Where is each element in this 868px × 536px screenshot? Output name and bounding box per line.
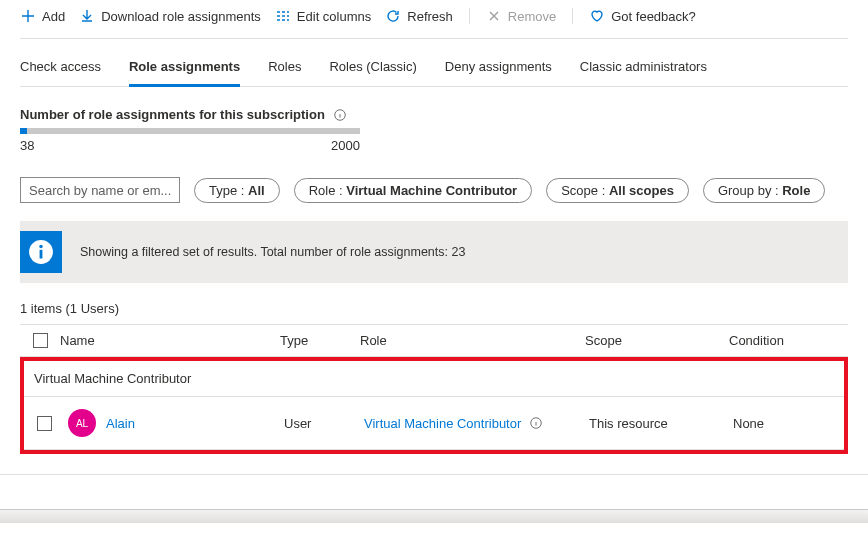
svg-point-3 [39,245,42,248]
heart-icon [589,8,605,24]
filter-role[interactable]: Role : Virtual Machine Contributor [294,178,533,203]
quota-fill [20,128,27,134]
edit-columns-label: Edit columns [297,9,371,24]
filter-bar: Type : All Role : Virtual Machine Contri… [20,159,848,203]
quota-section: Number of role assignments for this subs… [20,87,848,159]
separator [469,8,470,24]
info-banner: Showing a filtered set of results. Total… [20,221,848,283]
col-type[interactable]: Type [280,333,360,348]
separator [572,8,573,24]
tab-deny[interactable]: Deny assignments [445,55,552,87]
item-count: 1 items (1 Users) [20,301,848,316]
select-all-checkbox[interactable] [33,333,48,348]
group-header: Virtual Machine Contributor [24,361,844,397]
quota-used: 38 [20,138,34,153]
horizontal-scrollbar[interactable] [0,509,868,523]
command-bar: Add Download role assignments Edit colum… [20,0,848,39]
download-icon [79,8,95,24]
tab-role-assignments[interactable]: Role assignments [129,55,240,87]
download-button[interactable]: Download role assignments [79,8,261,24]
filter-groupby[interactable]: Group by : Role [703,178,825,203]
assignments-table: Name Type Role Scope Condition Virtual M… [20,324,848,454]
tab-check-access[interactable]: Check access [20,55,101,87]
add-button[interactable]: Add [20,8,65,24]
quota-bar [20,128,360,134]
row-checkbox[interactable] [37,416,52,431]
add-label: Add [42,9,65,24]
row-type: User [284,416,364,431]
info-icon[interactable] [529,416,543,430]
filter-type[interactable]: Type : All [194,178,280,203]
remove-icon [486,8,502,24]
feedback-button[interactable]: Got feedback? [589,8,696,24]
search-input[interactable] [20,177,180,203]
col-name[interactable]: Name [60,333,280,348]
columns-icon [275,8,291,24]
refresh-icon [385,8,401,24]
download-label: Download role assignments [101,9,261,24]
edit-columns-button[interactable]: Edit columns [275,8,371,24]
quota-title: Number of role assignments for this subs… [20,107,325,122]
feedback-label: Got feedback? [611,9,696,24]
row-condition: None [733,416,823,431]
info-icon[interactable] [333,108,347,122]
row-scope: This resource [589,416,733,431]
table-header: Name Type Role Scope Condition [20,324,848,357]
svg-rect-2 [40,250,43,259]
tabs: Check access Role assignments Roles Role… [20,39,848,87]
tab-roles-classic[interactable]: Roles (Classic) [329,55,416,87]
remove-button: Remove [486,8,556,24]
quota-max: 2000 [331,138,360,153]
avatar: AL [68,409,96,437]
table-row: AL Alain User Virtual Machine Contributo… [24,397,844,450]
filter-scope[interactable]: Scope : All scopes [546,178,689,203]
refresh-button[interactable]: Refresh [385,8,453,24]
user-link[interactable]: Alain [106,416,135,431]
info-icon [28,239,54,265]
col-scope[interactable]: Scope [585,333,729,348]
col-condition[interactable]: Condition [729,333,819,348]
tab-classic-admins[interactable]: Classic administrators [580,55,707,87]
role-link[interactable]: Virtual Machine Contributor [364,416,521,431]
tab-roles[interactable]: Roles [268,55,301,87]
plus-icon [20,8,36,24]
info-badge [20,231,62,273]
col-role[interactable]: Role [360,333,585,348]
highlight-box: Virtual Machine Contributor AL Alain Use… [20,357,848,454]
remove-label: Remove [508,9,556,24]
info-text: Showing a filtered set of results. Total… [80,245,465,259]
refresh-label: Refresh [407,9,453,24]
